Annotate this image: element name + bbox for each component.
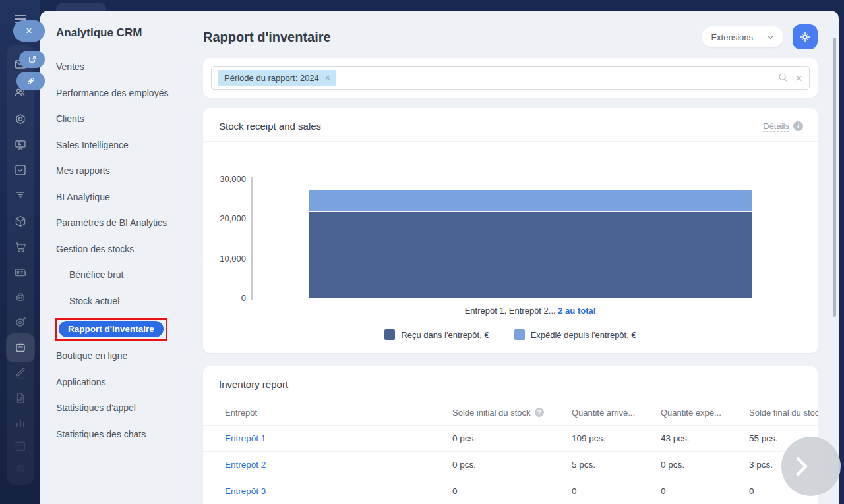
x-axis-label-text: Entrepôt 1, Entrepôt 2... bbox=[465, 306, 558, 316]
table-row: Entrepôt 3 0 0 0 0 bbox=[203, 478, 818, 504]
sidebar-item-clients[interactable]: Clients bbox=[40, 106, 203, 132]
sidebar-item-statistiques-appel[interactable]: Statistiques d'appel bbox=[40, 395, 203, 422]
legend-label-received: Reçu dans l'entrepôt, € bbox=[401, 330, 489, 340]
shopping-cart-icon[interactable] bbox=[14, 240, 27, 254]
help-icon[interactable]: ? bbox=[535, 408, 544, 417]
sidebar-item-stock-actuel[interactable]: Stock actuel bbox=[40, 289, 203, 315]
column-header-entrepot: Entrepôt bbox=[203, 408, 444, 418]
archive-box-icon[interactable] bbox=[14, 341, 27, 354]
y-tick-10000: 10,000 bbox=[203, 254, 246, 264]
copy-link-button[interactable] bbox=[16, 72, 45, 90]
sidebar-item-bi-analytique[interactable]: BI Analytique bbox=[40, 184, 203, 211]
sidebar-item-parametres-bi[interactable]: Paramètres de BI Analytics bbox=[40, 210, 203, 237]
sidebar-item-performance-employes[interactable]: Performance des employés bbox=[40, 80, 203, 107]
cell-initial: 0 pcs. bbox=[444, 452, 564, 478]
sidebar-item-gestion-stocks[interactable]: Gestion des stocks bbox=[40, 237, 203, 263]
target-icon[interactable] bbox=[14, 316, 27, 329]
filter-tag-period[interactable]: Période du rapport: 2024 × bbox=[218, 70, 336, 86]
funnel-filter-icon[interactable] bbox=[14, 188, 27, 202]
sidebar-item-sales-intelligence[interactable]: Sales Intelligence bbox=[40, 132, 203, 159]
sidebar-item-boutique-en-ligne[interactable]: Boutique en ligne bbox=[40, 343, 203, 370]
sidebar-title: Analytique CRM bbox=[56, 26, 203, 40]
document-edit-icon[interactable] bbox=[14, 391, 27, 405]
cell-shipped: 0 pcs. bbox=[653, 460, 738, 470]
contact-card-icon[interactable] bbox=[14, 266, 27, 279]
stock-chart-card: Stock receipt and sales Détails i 30,000… bbox=[203, 108, 818, 353]
analytics-sidebar: Analytique CRM Ventes Performance des em… bbox=[40, 11, 203, 447]
legend-swatch bbox=[384, 329, 395, 340]
warehouse-link[interactable]: Entrepôt 3 bbox=[225, 486, 266, 496]
clear-search-icon[interactable]: × bbox=[795, 72, 802, 84]
open-external-button[interactable] bbox=[19, 51, 45, 68]
sidebar-item-statistiques-chats[interactable]: Statistiques des chats bbox=[40, 422, 203, 448]
column-header-quantite-arrivee: Quantité arrivé... bbox=[564, 408, 653, 418]
cell-initial: 0 pcs. bbox=[444, 426, 564, 451]
inventory-report-card: Inventory report Entrepôt Solde initial … bbox=[203, 366, 818, 504]
bar-chart-icon[interactable] bbox=[14, 416, 27, 429]
filter-card: Période du rapport: 2024 × × bbox=[203, 58, 818, 98]
column-header-solde-initial: Solde initial du stock? bbox=[444, 400, 564, 425]
package-box-icon[interactable] bbox=[14, 215, 27, 228]
close-panel-button[interactable]: × bbox=[13, 20, 45, 42]
hexagon-nut-icon[interactable] bbox=[14, 113, 27, 126]
table-row: Entrepôt 2 0 pcs. 5 pcs. 0 pcs. 3 pcs. bbox=[203, 452, 818, 478]
legend-swatch bbox=[514, 329, 525, 340]
signature-pen-icon[interactable] bbox=[14, 366, 27, 379]
robot-icon[interactable] bbox=[14, 291, 27, 304]
y-tick-30000: 30,000 bbox=[203, 174, 246, 184]
legend-item-received[interactable]: Reçu dans l'entrepôt, € bbox=[384, 329, 489, 340]
button-divider bbox=[760, 32, 760, 42]
search-icon[interactable] bbox=[777, 72, 789, 84]
table-row: Entrepôt 1 0 pcs. 109 pcs. 43 pcs. 55 pc… bbox=[203, 426, 818, 452]
cell-initial: 0 bbox=[444, 478, 564, 504]
presentation-board-icon[interactable] bbox=[14, 138, 27, 152]
y-tick-20000: 20,000 bbox=[203, 213, 246, 223]
external-link-icon bbox=[28, 55, 37, 64]
sidebar-item-benefice-brut[interactable]: Bénéfice brut bbox=[40, 262, 203, 289]
extensions-button[interactable]: Extensions bbox=[702, 26, 783, 47]
warehouse-link[interactable]: Entrepôt 2 bbox=[225, 460, 266, 470]
y-tick-0: 0 bbox=[203, 293, 246, 303]
table-header-row: Entrepôt Solde initial du stock? Quantit… bbox=[203, 400, 818, 426]
gear-icon bbox=[799, 30, 812, 43]
cell-arrived: 0 bbox=[564, 486, 653, 496]
x-axis-label: Entrepôt 1, Entrepôt 2... 2 au total bbox=[309, 306, 752, 316]
warehouse-link[interactable]: Entrepôt 1 bbox=[225, 434, 266, 443]
settings-button[interactable] bbox=[793, 24, 818, 49]
legend-label-shipped: Expédié depuis l'entrepôt, € bbox=[531, 330, 636, 340]
cell-shipped: 43 pcs. bbox=[653, 434, 738, 443]
analytics-panel: Analytique CRM Ventes Performance des em… bbox=[40, 11, 839, 504]
info-icon[interactable]: i bbox=[793, 121, 803, 131]
column-header-quantite-expediee: Quantité expé... bbox=[653, 408, 738, 418]
sidebar-item-rapport-inventaire-active[interactable]: Rapport d'inventaire bbox=[59, 321, 164, 337]
chevron-down-icon bbox=[767, 35, 774, 40]
details-link[interactable]: Détails bbox=[763, 121, 789, 132]
red-annotation-box: Rapport d'inventaire bbox=[55, 318, 167, 341]
bar-segment-shipped[interactable] bbox=[309, 190, 752, 212]
cell-shipped: 0 bbox=[653, 486, 738, 496]
bar-segment-received[interactable] bbox=[309, 212, 752, 298]
vertical-scrollbar-thumb[interactable] bbox=[833, 38, 836, 317]
calendar-icon[interactable] bbox=[14, 439, 27, 453]
legend-item-shipped[interactable]: Expédié depuis l'entrepôt, € bbox=[514, 329, 636, 340]
sidebar-item-mes-rapports[interactable]: Mes rapports bbox=[40, 158, 203, 184]
y-axis-line bbox=[251, 177, 253, 300]
filter-tag-label: Période du rapport: 2024 bbox=[224, 73, 319, 83]
tag-remove-icon[interactable]: × bbox=[325, 73, 330, 82]
chevron-right-icon bbox=[795, 457, 810, 476]
stacked-bar[interactable] bbox=[309, 177, 752, 298]
extensions-label: Extensions bbox=[711, 32, 753, 42]
table-title: Inventory report bbox=[219, 379, 288, 390]
chain-link-icon bbox=[26, 76, 36, 86]
cell-arrived: 109 pcs. bbox=[564, 434, 653, 443]
table-scroll-next-button[interactable] bbox=[781, 437, 841, 496]
settings-gear-icon[interactable] bbox=[14, 462, 27, 475]
total-warehouses-link[interactable]: 2 au total bbox=[558, 306, 595, 316]
task-checkbox-icon[interactable] bbox=[14, 163, 27, 177]
column-header-solde-final: Solde final du stock bbox=[738, 408, 818, 418]
main-content: Rapport d'inventaire Extensions Période … bbox=[203, 11, 818, 504]
cell-arrived: 5 pcs. bbox=[564, 460, 653, 470]
sidebar-item-ventes[interactable]: Ventes bbox=[40, 54, 203, 80]
sidebar-item-applications[interactable]: Applications bbox=[40, 370, 203, 396]
filter-search-input[interactable]: Période du rapport: 2024 × × bbox=[211, 66, 810, 90]
